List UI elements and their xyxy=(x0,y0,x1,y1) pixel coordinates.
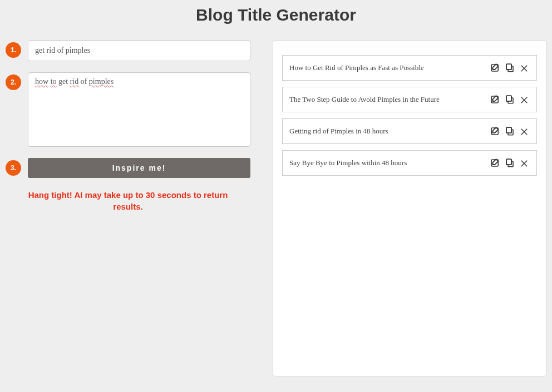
result-text: How to Get Rid of Pimples as Fast as Pos… xyxy=(289,63,490,72)
copy-icon[interactable] xyxy=(504,157,515,168)
edit-icon[interactable] xyxy=(490,157,501,168)
page-title: Blog Title Generator xyxy=(0,6,552,24)
textarea-word: of xyxy=(81,77,87,86)
step-3-badge: 3. xyxy=(6,160,21,176)
result-item: The Two Step Guide to Avoid Pimples in t… xyxy=(282,87,537,112)
result-text: The Two Step Guide to Avoid Pimples in t… xyxy=(289,95,490,104)
result-actions xyxy=(490,126,530,137)
textarea-word: rid xyxy=(70,77,79,86)
left-column: 1. 2. how to get rid of pimples 3. Inspi… xyxy=(6,40,250,376)
svg-rect-2 xyxy=(506,64,511,70)
step-2-row: 2. how to get rid of pimples xyxy=(6,72,250,147)
status-message: Hang tight! AI may take up to 30 seconds… xyxy=(6,189,250,212)
close-icon[interactable] xyxy=(519,157,530,168)
topic-input[interactable] xyxy=(28,40,250,61)
svg-rect-6 xyxy=(506,96,511,101)
details-textarea[interactable]: how to get rid of pimples xyxy=(28,72,250,147)
svg-rect-14 xyxy=(506,159,511,165)
result-item: How to Get Rid of Pimples as Fast as Pos… xyxy=(282,55,537,81)
textarea-word: pimples xyxy=(89,77,114,86)
copy-icon[interactable] xyxy=(504,126,515,137)
result-item: Say Bye Bye to Pimples within 48 hours xyxy=(282,150,537,176)
close-icon[interactable] xyxy=(519,126,530,137)
result-text: Say Bye Bye to Pimples within 48 hours xyxy=(289,158,490,167)
svg-rect-10 xyxy=(506,127,511,133)
result-actions xyxy=(490,94,530,105)
step-2-badge: 2. xyxy=(6,75,21,90)
edit-icon[interactable] xyxy=(490,94,501,105)
copy-icon[interactable] xyxy=(504,62,515,73)
edit-icon[interactable] xyxy=(490,126,501,137)
textarea-word: get xyxy=(58,77,68,86)
result-actions xyxy=(490,157,530,168)
step-1-row: 1. xyxy=(6,40,250,61)
textarea-word: to xyxy=(51,77,57,86)
close-icon[interactable] xyxy=(519,62,530,73)
copy-icon[interactable] xyxy=(504,94,515,105)
right-column: How to Get Rid of Pimples as Fast as Pos… xyxy=(273,40,546,376)
step-1-badge: 1. xyxy=(6,42,21,58)
result-item: Getting rid of Pimples in 48 hours xyxy=(282,118,537,144)
step-3-row: 3. Inspire me! xyxy=(6,158,250,178)
main-columns: 1. 2. how to get rid of pimples 3. Inspi… xyxy=(0,40,552,382)
results-panel: How to Get Rid of Pimples as Fast as Pos… xyxy=(273,40,546,376)
textarea-word: how xyxy=(35,77,48,86)
edit-icon[interactable] xyxy=(490,62,501,73)
result-actions xyxy=(490,62,530,73)
result-text: Getting rid of Pimples in 48 hours xyxy=(289,127,490,136)
inspire-button[interactable]: Inspire me! xyxy=(28,158,250,178)
close-icon[interactable] xyxy=(519,94,530,105)
